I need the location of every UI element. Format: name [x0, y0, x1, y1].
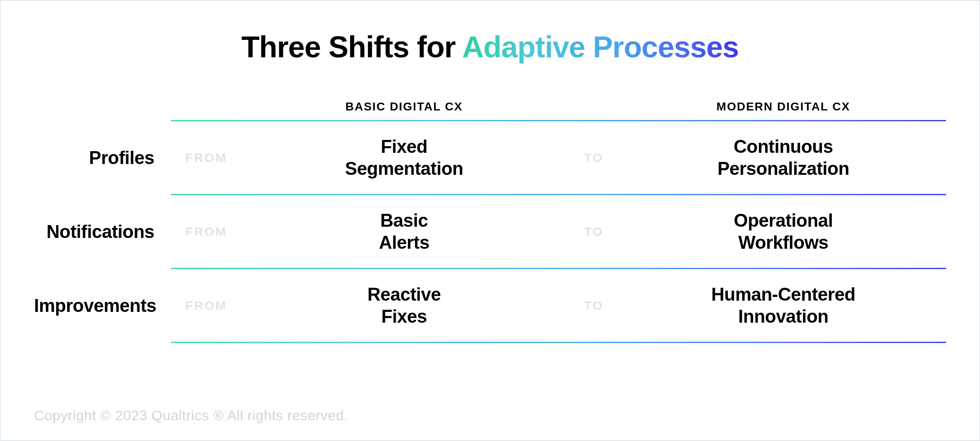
row-label-notifications: Notifications	[34, 221, 171, 242]
row-label-profiles: Profiles	[34, 147, 171, 168]
connector-from: FROM	[171, 299, 241, 313]
connector-to: TO	[567, 299, 621, 313]
table-row: Improvements FROM Reactive Fixes TO Huma…	[34, 269, 946, 342]
connector-to: TO	[567, 151, 621, 165]
copyright-notice: Copyright © 2023 Qualtrics ® All rights …	[34, 407, 946, 424]
cell-modern-notifications: Operational Workflows	[621, 210, 946, 254]
cell-modern-profiles: Continuous Personalization	[621, 136, 946, 180]
title-prefix: Three Shifts for	[241, 30, 462, 64]
connector-from: FROM	[171, 151, 241, 165]
slide-frame: Three Shifts for Adaptive Processes BASI…	[0, 0, 980, 441]
connector-to: TO	[567, 225, 621, 239]
cell-modern-improvements: Human-Centered Innovation	[621, 284, 946, 328]
slide-title: Three Shifts for Adaptive Processes	[34, 30, 946, 64]
column-header-modern: MODERN DIGITAL CX	[621, 100, 946, 113]
title-highlight: Adaptive Processes	[462, 30, 739, 64]
cell-basic-profiles: Fixed Segmentation	[241, 136, 567, 180]
table-row: Profiles FROM Fixed Segmentation TO Cont…	[34, 121, 946, 194]
comparison-table: BASIC DIGITAL CX MODERN DIGITAL CX Profi…	[34, 93, 946, 391]
column-header-basic: BASIC DIGITAL CX	[241, 100, 567, 113]
table-row: Notifications FROM Basic Alerts TO Opera…	[34, 195, 946, 268]
table-header-row: BASIC DIGITAL CX MODERN DIGITAL CX	[34, 93, 946, 120]
cell-basic-notifications: Basic Alerts	[241, 210, 567, 254]
cell-basic-improvements: Reactive Fixes	[241, 284, 567, 328]
connector-from: FROM	[171, 225, 241, 239]
gradient-divider	[171, 342, 946, 343]
row-label-improvements: Improvements	[34, 295, 171, 316]
